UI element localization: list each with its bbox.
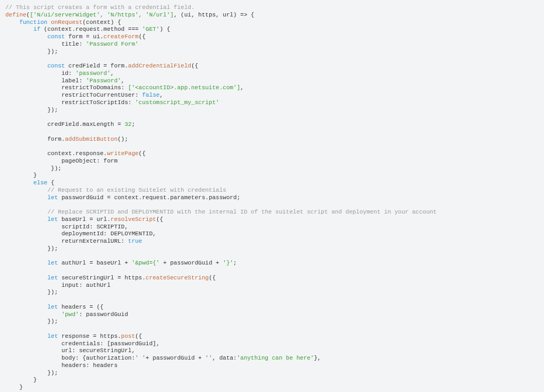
code-block: // This script creates a form with a cre… xyxy=(0,0,544,392)
code-comment: // This script creates a form with a cre… xyxy=(5,4,194,11)
